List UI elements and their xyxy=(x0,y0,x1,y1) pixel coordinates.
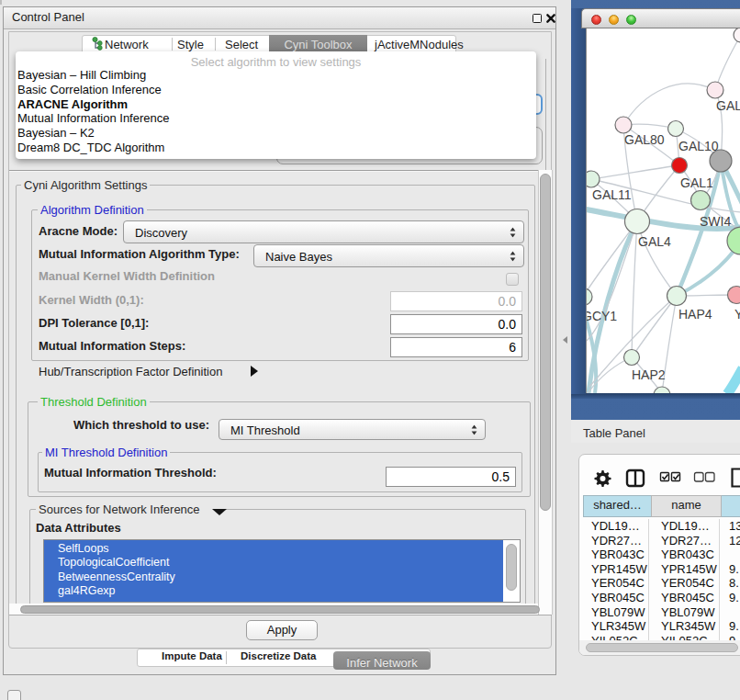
svg-text:HAP2: HAP2 xyxy=(632,367,666,382)
svg-text:Y: Y xyxy=(734,307,740,322)
svg-text:HAP4: HAP4 xyxy=(678,307,712,322)
svg-text:GAL1: GAL1 xyxy=(680,175,713,190)
svg-text:GAL80: GAL80 xyxy=(624,132,665,147)
svg-text:GAL4: GAL4 xyxy=(638,234,671,249)
svg-text:GAL11: GAL11 xyxy=(592,187,632,202)
svg-text:GCY1: GCY1 xyxy=(587,309,617,323)
svg-text:SWI4: SWI4 xyxy=(700,214,731,229)
svg-text:GAL10: GAL10 xyxy=(678,139,719,153)
svg-text:GAL7: GAL7 xyxy=(716,98,740,113)
